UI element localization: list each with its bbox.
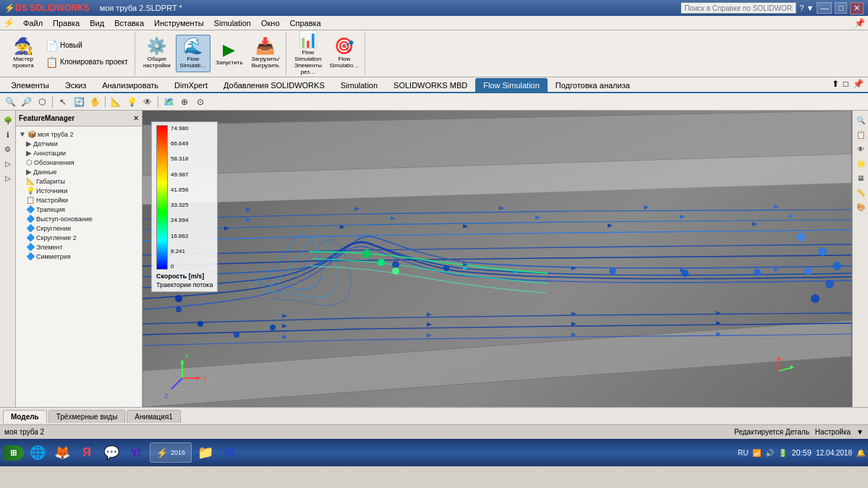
select-btn[interactable]: ↖ <box>56 95 70 109</box>
menu-item-insert[interactable]: Вставка <box>110 17 148 29</box>
help-search-input[interactable] <box>681 2 796 14</box>
tab-addons[interactable]: Добавления SOLIDWORKS <box>216 78 333 92</box>
fit-all-btn[interactable]: ⬡ <box>35 95 49 109</box>
model-display-btn[interactable]: ⊕ <box>177 95 192 109</box>
menu-item-view[interactable]: Вид <box>85 17 109 29</box>
side-display-btn[interactable]: ▷ <box>1 157 14 170</box>
tree-icon-7: 📋 <box>26 196 35 204</box>
tab-model[interactable]: Модель <box>3 410 47 423</box>
side-motion-btn[interactable]: ▷ <box>1 171 14 184</box>
tree-item-6[interactable]: 💡 Источники <box>17 186 140 195</box>
flow-simulation-button[interactable]: 🌊 Flow Simulati… <box>176 35 210 72</box>
menu-item-help[interactable]: Справка <box>286 17 326 29</box>
title-bar: ⚡DS SOLIDWORKS моя труба 2.SLDPRT * ? ▼ … <box>0 0 868 16</box>
tree-item-2[interactable]: ▶ Аннотации <box>17 148 140 158</box>
feature-tree-close[interactable]: ✕ <box>133 114 139 122</box>
tree-item-1[interactable]: ▶ Датчики <box>17 139 140 148</box>
taskbar-solidworks[interactable]: ⚡ 2016 <box>150 442 192 463</box>
new-button[interactable]: 📄 Новый <box>42 38 132 53</box>
tree-item-8[interactable]: 🔷 Трапеция <box>17 205 140 214</box>
pan-btn[interactable]: ✋ <box>88 95 102 109</box>
right-zoom-btn[interactable]: 🔍 <box>854 114 867 127</box>
taskbar-word[interactable]: W <box>219 442 241 463</box>
taskbar-firefox[interactable]: 🦊 <box>51 442 73 463</box>
legend-val-5: 33.325 <box>171 202 188 208</box>
tab-animation[interactable]: Анимация1 <box>127 410 181 423</box>
zoom-out-btn[interactable]: 🔎 <box>19 95 33 109</box>
menu-item-edit[interactable]: Правка <box>48 17 84 29</box>
view-orientation-btn[interactable]: 🗺️ <box>161 95 176 109</box>
maximize-button[interactable]: □ <box>835 2 847 14</box>
display-style-btn[interactable]: 💡 <box>124 95 139 109</box>
tree-item-13[interactable]: 🔷 Симметрия <box>17 252 140 261</box>
tree-item-10[interactable]: 🔷 Скругление <box>17 223 140 233</box>
collapse-panel-icon[interactable]: ⬆ <box>830 77 841 90</box>
tree-item-9[interactable]: 🔷 Выступ-основание <box>17 214 140 223</box>
viewport[interactable]: X Y Z 74.980 <box>142 111 852 407</box>
tab-prep[interactable]: Подготовка анализа <box>548 78 638 92</box>
tree-item-4[interactable]: ▶ Данные <box>17 167 140 176</box>
wizard-icon: 🧙 <box>14 38 33 54</box>
tree-label-5: Габариты <box>36 178 65 185</box>
right-render-btn[interactable]: 🌟 <box>854 157 867 170</box>
tree-item-11[interactable]: 🔷 Скругление 2 <box>17 233 140 242</box>
hide-show-btn[interactable]: 👁 <box>140 95 155 109</box>
tab-simulation[interactable]: Simulation <box>333 78 386 92</box>
tree-item-7[interactable]: 📋 Настройки <box>17 195 140 205</box>
windows-taskbar: ⊞ 🌐 🦊 Я 💬 Y! ⚡ 2016 📁 W RU 📶 🔊 🔋 20:59 1… <box>0 439 868 466</box>
start-button[interactable]: ⊞ <box>3 445 24 461</box>
tree-item-3[interactable]: ⬡ Обозначения <box>17 158 140 167</box>
taskbar-time: 20:59 <box>791 448 812 457</box>
load-unload-button[interactable]: 📥 Загрузить/Выгрузить <box>248 35 283 72</box>
status-config-arrow[interactable]: ▼ <box>856 428 864 436</box>
realview-btn[interactable]: ⊙ <box>193 95 208 109</box>
flow-sim-btn2[interactable]: 🎯 Flow Simulatio… <box>327 35 362 72</box>
menu-item-file[interactable]: Файл <box>19 17 47 29</box>
side-config-btn[interactable]: ⚙ <box>1 142 14 155</box>
tab-sketch[interactable]: Эскиз <box>57 78 94 92</box>
tree-item-5[interactable]: 📐 Габариты <box>17 176 140 186</box>
taskbar-yahoo[interactable]: Y! <box>125 442 147 463</box>
run-button[interactable]: ▶ Запустить <box>212 35 247 72</box>
wizard-button[interactable]: 🧙 Мастер проекта <box>6 35 41 72</box>
zoom-in-btn[interactable]: 🔍 <box>3 95 17 109</box>
side-feature-tree-btn[interactable]: 🌳 <box>1 114 14 127</box>
clone-button[interactable]: 📋 Клонировать проект <box>42 54 132 70</box>
taskbar-browser[interactable]: 🌐 <box>27 442 48 463</box>
results-elements-button[interactable]: 📊 Flow Simulation Элементы рез… <box>291 35 326 72</box>
right-measure-btn[interactable]: 📏 <box>854 186 867 199</box>
tree-item-12[interactable]: 🔷 Элемент <box>17 242 140 252</box>
menu-item-tools[interactable]: Инструменты <box>150 17 208 29</box>
tab-flow-simulation[interactable]: Flow Simulation <box>475 78 548 92</box>
taskbar-skype[interactable]: 💬 <box>101 442 122 463</box>
tree-label-13: Симметрия <box>36 253 71 260</box>
close-button[interactable]: ✕ <box>850 2 864 14</box>
section-view-btn[interactable]: 📐 <box>109 95 123 109</box>
tab-dimxpert[interactable]: DimXpert <box>166 78 216 92</box>
right-layers-btn[interactable]: 📋 <box>854 128 867 141</box>
tab-mbd[interactable]: SOLIDWORKS MBD <box>386 78 475 92</box>
tab-3d-views[interactable]: Трёхмерные виды <box>48 410 126 423</box>
svg-point-53 <box>811 294 820 303</box>
minimize-button[interactable]: — <box>817 2 832 14</box>
taskbar-notifications-icon[interactable]: 🔔 <box>856 449 865 457</box>
taskbar-explorer[interactable]: 📁 <box>195 442 216 463</box>
tree-icon-11: 🔷 <box>26 234 35 241</box>
tab-elements[interactable]: Элементы <box>3 78 57 92</box>
general-settings-button[interactable]: ⚙️ Общие настройки <box>140 35 174 72</box>
side-properties-btn[interactable]: ℹ <box>1 128 14 141</box>
right-display-btn[interactable]: 🖥 <box>854 171 867 184</box>
wizard-label: Мастер проекта <box>8 56 38 69</box>
status-bar: моя труба 2 Редактируется Деталь Настрой… <box>0 424 868 439</box>
menu-item-window[interactable]: Окно <box>257 17 284 29</box>
expand-panel-icon[interactable]: □ <box>842 77 850 90</box>
taskbar-yandex[interactable]: Я <box>76 442 98 463</box>
menu-item-simulation[interactable]: Simulation <box>210 17 255 29</box>
legend-val-8: 8.241 <box>171 248 188 254</box>
tab-analyze[interactable]: Анализировать <box>94 78 166 92</box>
right-appearance-btn[interactable]: 🎨 <box>854 200 867 213</box>
rotate-btn[interactable]: 🔄 <box>72 95 86 109</box>
right-view-btn[interactable]: 👁 <box>854 142 867 155</box>
tree-item-0[interactable]: ▼ 📦 моя труба 2 <box>17 129 140 139</box>
pin-panel-icon[interactable]: 📌 <box>851 77 865 90</box>
